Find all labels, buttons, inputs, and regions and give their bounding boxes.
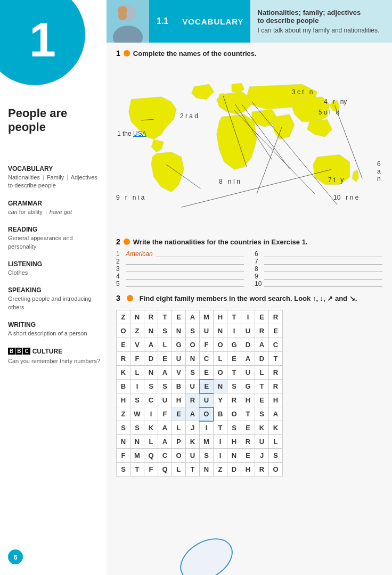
- word-search-cell: A: [144, 338, 158, 352]
- word-search-cell: I: [227, 324, 241, 338]
- word-search-cell: H: [241, 393, 255, 407]
- word-search-cell: H: [214, 310, 227, 324]
- word-search-cell: E: [255, 393, 269, 407]
- word-search-cell: C: [144, 393, 158, 407]
- word-search-cell: R: [269, 310, 283, 324]
- country-label-8: 8 n I n: [219, 178, 240, 185]
- word-search-row: STFQLTNZDHRO: [117, 463, 283, 477]
- word-search-cell: W: [130, 407, 144, 421]
- word-search-cell: U: [241, 366, 255, 380]
- word-search-container: ZNRTEAMHTIEROZNSNSUNIUREEVALGOFOGDACRFDE…: [116, 306, 382, 575]
- word-search-cell: E: [241, 421, 255, 435]
- word-search-cell: O: [200, 407, 214, 421]
- word-search-row: KLNAVSEOTULR: [117, 366, 283, 380]
- oval-overlay: [116, 477, 283, 575]
- word-search-cell: A: [158, 421, 172, 435]
- word-search-cell: R: [269, 366, 283, 380]
- map-container: 1 the USA 2 r a d 3 c t n 4 r ny 5 o l d…: [116, 62, 382, 232]
- word-search-cell: D: [227, 463, 241, 477]
- sidebar-speaking-content: Greeting people and introducing others: [8, 295, 101, 311]
- word-search-cell: R: [144, 310, 158, 324]
- word-search-cell: R: [241, 435, 255, 449]
- word-search-cell: T: [269, 352, 283, 366]
- word-search-cell: I: [144, 407, 158, 421]
- word-search-cell: A: [186, 310, 200, 324]
- word-search-cell: L: [214, 352, 227, 366]
- word-search-cell: D: [144, 352, 158, 366]
- word-search-cell: R: [269, 380, 283, 393]
- word-search-cell: F: [117, 449, 130, 463]
- header-vocab-box: VOCABULARY: [176, 0, 250, 43]
- word-search-cell: R: [227, 393, 241, 407]
- lesson-number: 1.1: [157, 17, 168, 26]
- word-search-cell: I: [214, 435, 227, 449]
- word-search-cell: M: [130, 449, 144, 463]
- word-search-cell: E: [117, 338, 130, 352]
- word-search-cell: J: [255, 449, 269, 463]
- word-search-cell: H: [269, 393, 283, 407]
- word-search-cell: S: [255, 407, 269, 421]
- word-search-cell: T: [214, 421, 227, 435]
- nationality-row-9: 9: [255, 273, 382, 280]
- word-search-cell: Q: [158, 463, 172, 477]
- word-search-cell: B: [172, 380, 186, 393]
- word-search-cell: A: [158, 435, 172, 449]
- sidebar-listening: LISTENING Clothes: [8, 260, 101, 277]
- word-search-cell: S: [117, 421, 130, 435]
- exercise3-dot: [127, 295, 133, 301]
- word-search-cell: E: [200, 380, 214, 393]
- word-search-cell: N: [172, 324, 186, 338]
- word-search-cell: I: [130, 380, 144, 393]
- word-search-cell: D: [241, 338, 255, 352]
- word-search-row: HSCUHRUYRHEH: [117, 393, 283, 407]
- word-search-cell: L: [172, 463, 186, 477]
- sidebar: 1 People are people VOCABULARY Nationali…: [0, 0, 107, 575]
- word-search-cell: S: [227, 421, 241, 435]
- word-search-cell: N: [130, 435, 144, 449]
- word-search-cell: S: [144, 380, 158, 393]
- word-search-cell: N: [130, 310, 144, 324]
- word-search-row: EVALGOFOGDAC: [117, 338, 283, 352]
- sidebar-reading: READING General appearance and personali…: [8, 226, 101, 251]
- word-search-cell: O: [269, 463, 283, 477]
- sidebar-vocab-title: VOCABULARY: [8, 165, 101, 172]
- chapter-title: People are people: [8, 106, 67, 135]
- word-search-cell: S: [269, 449, 283, 463]
- word-search-cell: E: [269, 324, 283, 338]
- svg-point-4: [118, 6, 127, 15]
- word-search-row: ZWIFEAOBOTSA: [117, 407, 283, 421]
- word-search-cell: L: [269, 435, 283, 449]
- header-desc: Nationalities; family; adjectives to des…: [250, 0, 392, 43]
- word-search-cell: S: [158, 380, 172, 393]
- nationality-1-value: American: [126, 250, 153, 258]
- country-label-4: 4 r ny: [324, 98, 347, 105]
- word-search-cell: T: [227, 366, 241, 380]
- header-lesson: 1.1: [149, 0, 176, 43]
- word-search-cell: A: [158, 366, 172, 380]
- exercise3-header: 3 Find eight family members in the word …: [116, 294, 382, 302]
- word-search-cell: D: [255, 352, 269, 366]
- sidebar-bbc: BBC CULTURE Can you remember thirty numb…: [8, 348, 101, 365]
- word-search-cell: U: [255, 435, 269, 449]
- sidebar-bbc-content: Can you remember thirty numbers?: [8, 357, 101, 365]
- word-search-cell: I: [241, 310, 255, 324]
- word-search-cell: Q: [144, 449, 158, 463]
- word-search-wrapper: ZNRTEAMHTIEROZNSNSUNIUREEVALGOFOGDACRFDE…: [116, 306, 283, 575]
- exercise3-instruction: Find eight family members in the word se…: [140, 294, 357, 302]
- word-search-cell: I: [214, 449, 227, 463]
- word-search-cell: K: [186, 435, 200, 449]
- vocab-title: VOCABULARY: [182, 17, 243, 26]
- sidebar-writing-title: WRITING: [8, 321, 101, 328]
- country-label-1: 1 the USA: [117, 130, 146, 137]
- word-search-row: FMQCOUSINEJS: [117, 449, 283, 463]
- word-search-cell: O: [172, 449, 186, 463]
- country-label-2: 2 r a d: [180, 112, 198, 120]
- word-search-cell: L: [130, 366, 144, 380]
- sidebar-sections: VOCABULARY Nationalities | Family | Adje…: [8, 165, 101, 375]
- word-search-cell: E: [158, 352, 172, 366]
- word-search-cell: F: [144, 463, 158, 477]
- nationality-row-10: 10: [255, 280, 382, 288]
- word-search-cell: V: [130, 338, 144, 352]
- country-label-10: 10 r n e: [333, 194, 358, 201]
- nationality-row-1: 1 American: [116, 250, 244, 258]
